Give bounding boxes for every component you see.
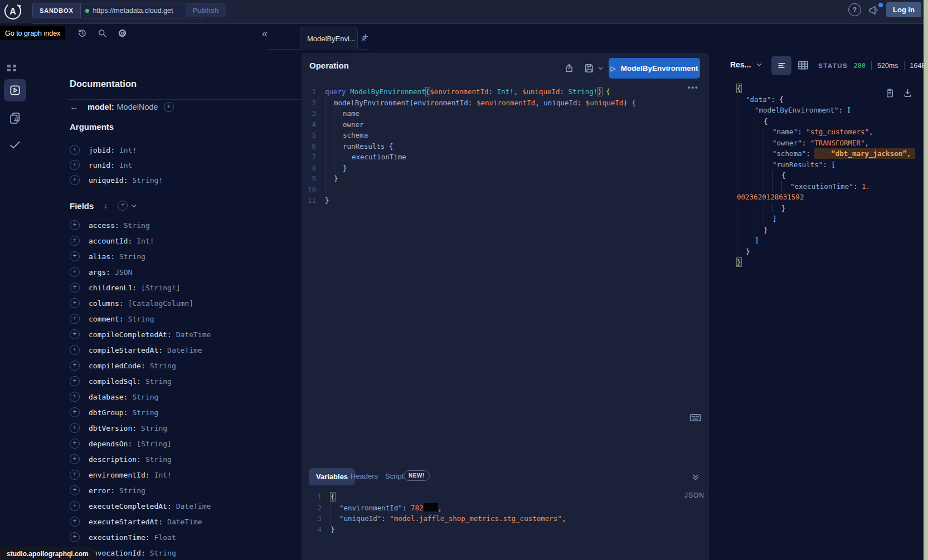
run-operation-button[interactable]: ▷ ModelByEnvironment: [609, 58, 700, 79]
add-field-icon[interactable]: +: [70, 470, 80, 480]
field-type[interactable]: String: [150, 549, 176, 557]
add-field-icon[interactable]: +: [70, 361, 80, 371]
save-dropdown-chevron-icon[interactable]: [597, 65, 604, 71]
field-type[interactable]: JSON: [115, 268, 132, 276]
field-type[interactable]: DateTime: [176, 502, 211, 510]
field-type[interactable]: Int: [119, 161, 132, 169]
add-field-icon[interactable]: +: [70, 267, 80, 277]
publish-button[interactable]: Publish: [186, 3, 226, 17]
field-name[interactable]: comment:: [89, 315, 124, 323]
endpoint-url-input[interactable]: https://metadata.cloud.get: [81, 3, 190, 18]
add-field-icon[interactable]: +: [70, 236, 80, 246]
field-type[interactable]: Int!: [119, 146, 137, 154]
field-name[interactable]: access:: [89, 221, 119, 230]
field-name[interactable]: dependsOn:: [89, 440, 132, 448]
field-name[interactable]: database:: [89, 393, 128, 401]
field-name[interactable]: executeStartedAt:: [89, 518, 163, 526]
field-type[interactable]: Float: [154, 533, 176, 542]
field-name[interactable]: environmentId:: [89, 471, 150, 479]
field-type[interactable]: [String]: [137, 440, 172, 448]
sort-fields-icon[interactable]: ↓: [104, 201, 108, 210]
add-field-icon[interactable]: +: [70, 145, 80, 155]
field-name[interactable]: runId:: [89, 161, 115, 169]
field-name[interactable]: compileStartedAt:: [89, 346, 163, 354]
field-name[interactable]: alias:: [89, 252, 115, 261]
share-operation-icon[interactable]: [564, 63, 574, 73]
variables-editor[interactable]: 1{2"environmentId": 782,3"uniqueId": "mo…: [307, 491, 566, 535]
field-type[interactable]: String: [141, 424, 167, 432]
field-type[interactable]: Int!: [154, 471, 172, 479]
back-arrow-icon[interactable]: ←: [70, 102, 82, 112]
add-field-icon[interactable]: +: [70, 283, 80, 293]
add-field-icon[interactable]: +: [70, 376, 80, 386]
field-name[interactable]: compiledSql:: [89, 377, 141, 386]
login-button[interactable]: Log in: [886, 2, 921, 17]
field-name[interactable]: description:: [89, 455, 141, 464]
add-field-icon[interactable]: +: [70, 517, 80, 527]
field-type[interactable]: Int!: [137, 237, 154, 245]
add-field-icon[interactable]: +: [70, 532, 80, 542]
collapse-variables-icon[interactable]: [691, 473, 700, 481]
field-name[interactable]: compileCompletedAt:: [89, 330, 172, 339]
table-view-button[interactable]: [797, 59, 809, 71]
add-field-icon[interactable]: +: [70, 501, 80, 511]
rail-schema-button[interactable]: ±: [4, 107, 26, 129]
editor-options-menu[interactable]: •••: [688, 83, 699, 91]
field-name[interactable]: columns:: [89, 299, 124, 308]
field-type[interactable]: String: [150, 362, 176, 370]
add-field-icon[interactable]: +: [70, 392, 80, 402]
add-field-icon[interactable]: +: [70, 220, 80, 230]
field-name[interactable]: error:: [89, 486, 115, 495]
field-name[interactable]: invocationId:: [89, 549, 145, 557]
save-operation-button[interactable]: [584, 63, 604, 73]
field-name[interactable]: args:: [89, 268, 110, 276]
rail-explorer-button[interactable]: [4, 79, 26, 101]
tab-variables[interactable]: Variables: [309, 468, 355, 485]
tab-headers[interactable]: Headers: [351, 472, 378, 480]
field-name[interactable]: uniqueId:: [89, 176, 128, 184]
add-field-icon[interactable]: +: [70, 329, 80, 339]
field-type[interactable]: [CatalogColumn]: [128, 299, 193, 308]
add-field-icon[interactable]: +: [70, 423, 80, 433]
add-field-icon[interactable]: +: [70, 439, 80, 449]
add-field-icon[interactable]: +: [70, 160, 80, 170]
field-name[interactable]: compiledCode:: [89, 362, 145, 370]
add-field-icon[interactable]: +: [70, 407, 80, 417]
add-field-icon[interactable]: +: [70, 454, 80, 464]
field-type[interactable]: String: [145, 377, 172, 386]
field-type[interactable]: String: [124, 221, 150, 230]
add-field-icon[interactable]: +: [70, 251, 80, 261]
field-type[interactable]: String: [119, 486, 145, 495]
keyboard-shortcuts-icon[interactable]: [689, 413, 701, 422]
field-name[interactable]: accountId:: [89, 237, 132, 245]
field-type[interactable]: String: [145, 455, 172, 464]
field-name[interactable]: childrenL1:: [89, 284, 137, 292]
field-type[interactable]: String: [128, 315, 154, 323]
formatted-view-button[interactable]: [771, 56, 791, 75]
add-field-icon[interactable]: +: [70, 175, 80, 185]
field-type[interactable]: DateTime: [167, 518, 202, 526]
field-name[interactable]: executeCompletedAt:: [89, 502, 172, 510]
tab-script[interactable]: Script: [385, 472, 404, 480]
field-type[interactable]: [String!]: [141, 284, 180, 292]
add-field-icon[interactable]: +: [70, 298, 80, 308]
field-name[interactable]: dbtVersion:: [89, 424, 137, 432]
rail-checks-button[interactable]: [4, 134, 26, 156]
response-dropdown[interactable]: Res...: [730, 60, 762, 69]
field-name[interactable]: jobId:: [89, 146, 115, 154]
announcements-icon[interactable]: [867, 4, 880, 16]
add-all-fields-icon[interactable]: +: [118, 201, 128, 211]
add-field-icon[interactable]: +: [70, 485, 80, 495]
field-name[interactable]: dbtGroup:: [89, 408, 128, 417]
tab-modelbyenvironment[interactable]: ModelByEnvi... ×: [300, 27, 358, 50]
field-name[interactable]: executionTime:: [89, 533, 150, 542]
add-field-icon[interactable]: +: [70, 314, 80, 324]
field-type[interactable]: String: [132, 393, 158, 401]
operation-editor[interactable]: 1query ModelByEnvironment($environmentId…: [302, 86, 636, 206]
add-field-icon[interactable]: +: [70, 345, 80, 355]
graph-index-icon[interactable]: [7, 65, 16, 71]
field-type[interactable]: String: [132, 408, 158, 417]
tab-close-icon[interactable]: ×: [361, 34, 366, 43]
add-type-icon[interactable]: +: [164, 102, 174, 112]
help-icon[interactable]: ?: [848, 3, 861, 16]
